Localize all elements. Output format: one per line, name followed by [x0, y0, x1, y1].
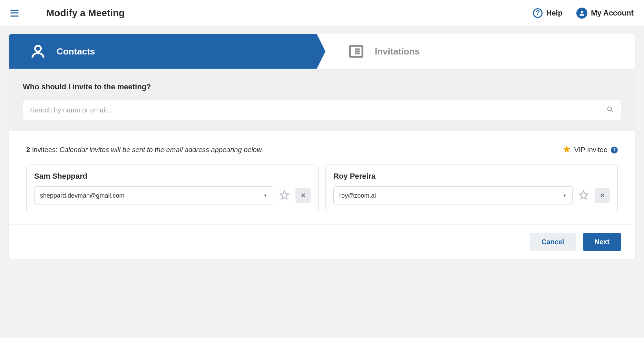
remove-invitee-button[interactable]: ✕ [295, 188, 311, 203]
vip-toggle[interactable] [578, 189, 589, 202]
help-label: Help [546, 9, 563, 18]
svg-point-0 [581, 11, 583, 13]
invitee-header: 2 invitees: Calendar invites will be sen… [26, 145, 618, 155]
close-icon: ✕ [301, 192, 306, 199]
vip-label: VIP Invitee [574, 146, 607, 154]
prompt-text: Who should I invite to the meeting? [23, 82, 621, 91]
caret-down-icon: ▼ [263, 193, 267, 198]
close-icon: ✕ [600, 192, 605, 199]
invitee-name: Sam Sheppard [34, 172, 311, 181]
tab-contacts[interactable]: Contacts [9, 34, 317, 69]
invitee-description: Calendar invites will be sent to the ema… [60, 146, 263, 154]
invitee-grid: Sam Sheppard sheppard.devman@gmail.com ▼… [26, 165, 618, 212]
account-link[interactable]: My Account [576, 8, 634, 19]
remove-invitee-button[interactable]: ✕ [595, 188, 610, 203]
prompt-area: Who should I invite to the meeting? [9, 69, 635, 131]
invitee-email-select[interactable]: sheppard.devman@gmail.com ▼ [34, 186, 273, 205]
top-bar: Modify a Meeting ? Help My Account [0, 0, 644, 26]
help-icon: ? [533, 8, 543, 18]
avatar-icon [576, 8, 587, 19]
step-tabs: Contacts Invitations [9, 34, 635, 69]
svg-point-1 [35, 46, 41, 52]
search-input[interactable] [30, 106, 606, 114]
cancel-button[interactable]: Cancel [530, 233, 576, 251]
search-field-wrap[interactable] [23, 100, 621, 120]
contacts-icon [30, 43, 46, 60]
invitee-section: 2 invitees: Calendar invites will be sen… [9, 131, 635, 225]
svg-line-10 [611, 110, 613, 112]
vip-legend: VIP Invitee i [563, 145, 618, 155]
invitee-card: Sam Sheppard sheppard.devman@gmail.com ▼… [26, 165, 319, 212]
invitee-card: Roy Pereira roy@zoom.ai ▼ ✕ [325, 165, 618, 212]
star-filled-icon [563, 145, 571, 155]
vip-toggle[interactable] [279, 189, 290, 202]
next-button[interactable]: Next [583, 233, 621, 251]
page-title: Modify a Meeting [46, 8, 125, 19]
info-icon[interactable]: i [611, 147, 618, 153]
search-icon [606, 106, 614, 115]
invitee-email-select[interactable]: roy@zoom.ai ▼ [333, 186, 573, 205]
invitee-email: sheppard.devman@gmail.com [40, 192, 124, 199]
menu-icon[interactable] [10, 10, 19, 17]
svg-point-9 [608, 107, 612, 111]
invitee-word: invitees: [32, 146, 57, 154]
caret-down-icon: ▼ [563, 193, 567, 198]
invitee-email: roy@zoom.ai [339, 192, 376, 199]
footer: Cancel Next [9, 225, 635, 259]
account-label: My Account [591, 9, 634, 18]
invitee-count: 2 [26, 146, 30, 154]
main-card: Contacts Invitations Who should I invite… [9, 34, 635, 259]
tab-invitations-label: Invitations [375, 46, 420, 57]
tab-invitations[interactable]: Invitations [317, 34, 635, 69]
tab-contacts-label: Contacts [57, 46, 95, 57]
help-link[interactable]: ? Help [533, 8, 563, 18]
invitee-name: Roy Pereira [333, 172, 610, 181]
invitations-icon [348, 43, 364, 60]
